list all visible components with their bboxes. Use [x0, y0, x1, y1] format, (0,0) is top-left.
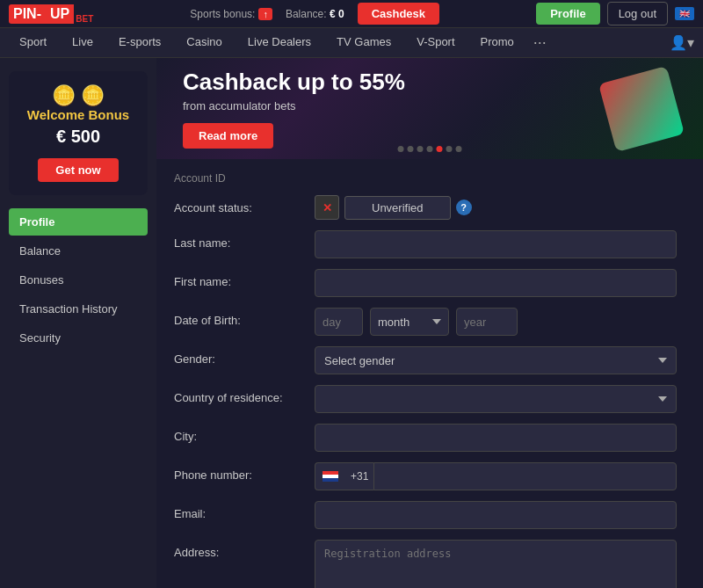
- sidebar-item-balance[interactable]: Balance: [9, 237, 148, 265]
- first-name-row: First name:: [174, 269, 677, 297]
- balance-value: € 0: [330, 8, 344, 20]
- city-control: [315, 424, 677, 452]
- nav-item-casino[interactable]: Casino: [176, 28, 232, 58]
- top-bar: PIN-UPBET Sports bonus: ↑ Balance: € 0 C…: [0, 0, 703, 28]
- language-flag-icon[interactable]: 🇬🇧: [675, 7, 694, 20]
- phone-input[interactable]: [373, 462, 677, 490]
- sidebar-item-transaction-history[interactable]: Transaction History: [9, 295, 148, 323]
- logo-bet: BET: [76, 14, 93, 24]
- nav-item-tv-games[interactable]: TV Games: [326, 28, 402, 58]
- banner-dots: [398, 146, 462, 152]
- gender-select[interactable]: Select gender Male Female: [315, 346, 677, 374]
- profile-button[interactable]: Profile: [536, 3, 599, 25]
- account-status-row: Account status: ✕ Unverified ?: [174, 195, 677, 220]
- welcome-box: 🪙 🪙 Welcome Bonus € 500 Get now: [9, 71, 148, 195]
- status-badge: Unverified: [344, 196, 451, 220]
- gender-row: Gender: Select gender Male Female: [174, 346, 677, 374]
- nav-item-vsport[interactable]: V-Sport: [406, 28, 465, 58]
- sidebar-item-bonuses[interactable]: Bonuses: [9, 266, 148, 294]
- last-name-row: Last name:: [174, 230, 677, 258]
- phone-label: Phone number:: [174, 462, 315, 482]
- status-help-icon[interactable]: ?: [456, 200, 472, 215]
- sports-bonus: Sports bonus: ↑: [190, 8, 272, 20]
- balance-info: Balance: € 0: [286, 8, 344, 20]
- banner-visuals: [606, 67, 677, 150]
- sidebar-item-profile[interactable]: Profile: [9, 208, 148, 236]
- phone-code: +31: [345, 462, 373, 490]
- city-input[interactable]: [315, 424, 677, 452]
- nav-item-live[interactable]: Live: [62, 28, 104, 58]
- nav-user-icon[interactable]: 👤▾: [670, 34, 694, 51]
- dot-1[interactable]: [398, 146, 404, 152]
- account-id-label: Account ID: [174, 172, 677, 185]
- logo-up: UP: [46, 4, 74, 24]
- phone-row: Phone number: +31: [174, 462, 677, 490]
- nav-item-esports[interactable]: E-sports: [108, 28, 171, 58]
- address-row: Address:: [174, 540, 677, 588]
- email-input[interactable]: [315, 501, 677, 529]
- get-now-button[interactable]: Get now: [38, 158, 118, 182]
- phone-flag[interactable]: [315, 462, 345, 490]
- logo-pin: PIN-: [9, 4, 46, 24]
- banner-heading: Cashback up to 55%: [183, 69, 405, 96]
- dob-year-input[interactable]: [456, 308, 518, 336]
- address-input[interactable]: [315, 540, 677, 588]
- profile-form: Account ID Account status: ✕ Unverified …: [156, 163, 703, 588]
- country-row: Country of residence:: [174, 385, 677, 413]
- dob-inputs: month: [315, 308, 677, 336]
- dot-5[interactable]: [437, 146, 443, 152]
- account-status-label: Account status:: [174, 195, 315, 214]
- email-row: Email:: [174, 501, 677, 529]
- email-control: [315, 501, 677, 529]
- logout-button[interactable]: Log out: [607, 2, 668, 25]
- city-row: City:: [174, 424, 677, 452]
- nav-more-button[interactable]: ···: [529, 33, 551, 52]
- nl-flag-icon: [323, 471, 338, 482]
- last-name-label: Last name:: [174, 230, 315, 250]
- sidebar-menu: Profile Balance Bonuses Transaction Hist…: [9, 208, 148, 352]
- gender-control: Select gender Male Female: [315, 346, 677, 374]
- last-name-control: [315, 230, 677, 258]
- account-status-control: ✕ Unverified ?: [315, 195, 677, 220]
- top-bar-center: Sports bonus: ↑ Balance: € 0 Cashdesk: [190, 3, 439, 25]
- nav-item-live-dealers[interactable]: Live Dealers: [237, 28, 322, 58]
- coins-top: 🪙 🪙: [18, 84, 139, 107]
- cashdesk-button[interactable]: Cashdesk: [358, 3, 439, 25]
- welcome-title: Welcome Bonus: [18, 107, 139, 122]
- dot-6[interactable]: [446, 146, 453, 152]
- main-content: 🪙 🪙 Welcome Bonus € 500 Get now Profile …: [0, 58, 703, 588]
- banner-visual-box: [598, 66, 685, 152]
- status-x-button[interactable]: ✕: [315, 195, 339, 220]
- dob-row: Date of Birth: month: [174, 308, 677, 336]
- address-control: [315, 540, 677, 588]
- first-name-control: [315, 269, 677, 297]
- nav-bar: Sport Live E-sports Casino Live Dealers …: [0, 28, 703, 58]
- top-bar-right: Profile Log out 🇬🇧: [536, 2, 694, 25]
- dob-control: month: [315, 308, 677, 336]
- email-label: Email:: [174, 501, 315, 520]
- welcome-amount: € 500: [18, 127, 139, 147]
- sidebar-item-security[interactable]: Security: [9, 324, 148, 352]
- logo: PIN-UPBET: [9, 4, 93, 24]
- dob-label: Date of Birth:: [174, 308, 315, 327]
- country-control: [315, 385, 677, 413]
- country-label: Country of residence:: [174, 385, 315, 404]
- nav-item-promo[interactable]: Promo: [470, 28, 525, 58]
- last-name-input[interactable]: [315, 230, 677, 258]
- left-sidebar: 🪙 🪙 Welcome Bonus € 500 Get now Profile …: [0, 58, 156, 588]
- nav-item-sport[interactable]: Sport: [9, 28, 57, 58]
- sports-bonus-badge: ↑: [258, 8, 272, 20]
- dob-day-input[interactable]: [315, 308, 363, 336]
- dot-4[interactable]: [427, 146, 433, 152]
- dob-month-select[interactable]: month: [370, 308, 449, 336]
- read-more-button[interactable]: Read more: [183, 123, 273, 149]
- dot-3[interactable]: [417, 146, 424, 152]
- dot-2[interactable]: [408, 146, 414, 152]
- country-select[interactable]: [315, 385, 677, 413]
- dot-7[interactable]: [456, 146, 462, 152]
- address-label: Address:: [174, 540, 315, 559]
- first-name-input[interactable]: [315, 269, 677, 297]
- phone-input-row: +31: [315, 462, 677, 490]
- city-label: City:: [174, 424, 315, 443]
- sports-bonus-label: Sports bonus:: [190, 8, 255, 20]
